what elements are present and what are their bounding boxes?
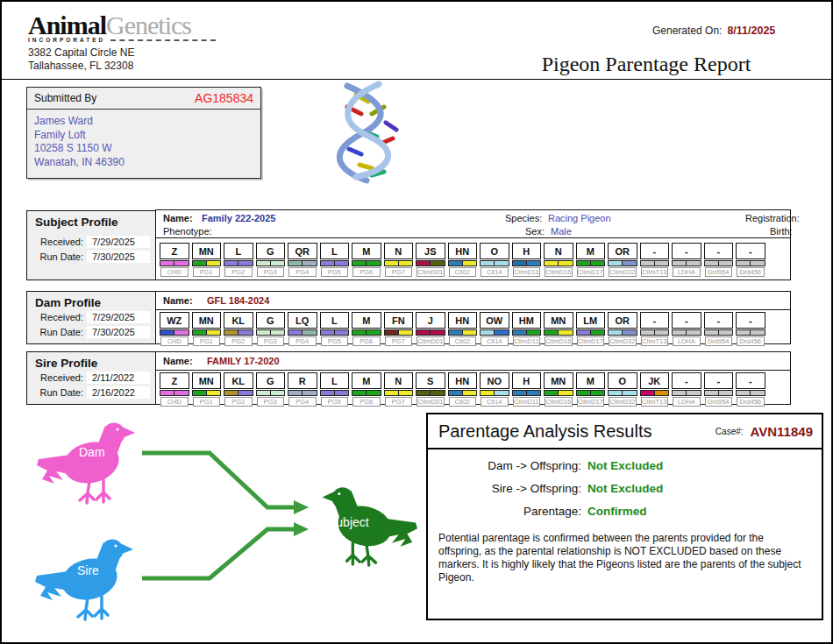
marker-name: PG4: [288, 267, 317, 277]
marker-name: ClI14: [481, 336, 509, 346]
allele-color-bar: [320, 390, 350, 396]
marker-name: ClImD32: [609, 397, 637, 407]
marker-cell: -Drd456: [736, 372, 765, 407]
marker-cell: OClImD32: [608, 372, 637, 407]
marker-name: PG6: [352, 336, 381, 346]
allele-label: G: [256, 243, 286, 259]
allele-color-bar: [608, 260, 637, 266]
generated-on-date: 8/11/2025: [727, 25, 775, 37]
sire-offspring-label: Sire -> Offspring:: [428, 482, 581, 495]
allele-label: -: [736, 312, 765, 329]
submitter-street: 10258 S 1150 W: [34, 142, 253, 156]
marker-name: PG3: [257, 336, 285, 346]
allele-color-bar: [256, 260, 286, 266]
marker-cell: MNClImD16: [544, 372, 573, 407]
allele-color-bar: [192, 390, 222, 396]
logo-dash-rule: [110, 39, 216, 41]
marker-cell: HMClImD11: [512, 312, 542, 346]
allele-label: OW: [480, 312, 509, 329]
allele-color-bar: [160, 329, 189, 336]
analysis-explanation: Potential parentage is confirmed between…: [438, 532, 809, 584]
allele-color-bar: [288, 260, 317, 266]
marker-name: ClImT13: [641, 336, 669, 346]
allele-label: M: [352, 243, 381, 259]
allele-color-bar: [576, 329, 606, 336]
marker-name: PG5: [321, 267, 349, 277]
dam-pigeon-label: Dam: [79, 445, 105, 459]
allele-color-bar: [512, 329, 542, 336]
marker-cell: -Drd456: [736, 243, 765, 277]
allele-label: LM: [576, 312, 606, 329]
parentage-arrows: [125, 400, 440, 633]
allele-color-bar: [640, 329, 670, 336]
allele-label: LQ: [288, 312, 317, 329]
submitter-city: Wanatah, IN 46390: [34, 156, 253, 170]
allele-label: M: [352, 312, 381, 329]
marker-cell: KLPG2: [224, 312, 253, 346]
marker-name: ClImD17: [577, 397, 605, 407]
allele-color-bar: [224, 329, 253, 336]
submitted-by-box: Submitted By AG185834 James Ward Family …: [26, 87, 261, 179]
report-page: AnimalGenetics INCORPORATED 3382 Capital…: [0, 0, 833, 644]
sire-offspring-result: Not Excluded: [587, 482, 663, 495]
marker-name: PG2: [224, 336, 253, 346]
marker-name: Drd954: [705, 336, 733, 346]
marker-name: PG3: [257, 267, 285, 277]
allele-color-bar: [672, 390, 701, 396]
marker-name: ClImD32: [609, 267, 637, 277]
marker-cell: -Drd456: [736, 312, 765, 346]
registration-label: Registration:: [745, 213, 800, 223]
marker-cell: MClImD17: [576, 243, 606, 277]
marker-cell: MNPG1: [192, 312, 222, 346]
allele-label: JK: [640, 372, 670, 389]
allele-label: MN: [192, 312, 222, 329]
allele-label: -: [704, 243, 734, 259]
allele-color-bar: [608, 390, 637, 396]
marker-name: ClI02: [449, 336, 477, 346]
sire-run-date: 2/16/2022: [87, 386, 150, 399]
marker-cell: MNClImD16: [544, 312, 573, 346]
marker-name: CHD: [160, 336, 189, 346]
allele-label: KL: [224, 372, 253, 389]
allele-color-bar: [416, 390, 445, 396]
marker-cell: HNClI02: [448, 312, 478, 346]
allele-label: -: [640, 243, 670, 259]
allele-color-bar: [352, 390, 381, 396]
dam-run-date: 7/30/2025: [87, 326, 150, 338]
marker-name: LDHA: [673, 336, 701, 346]
marker-cell: GPG3: [256, 312, 286, 346]
allele-label: MN: [192, 243, 222, 259]
marker-name: Drd954: [705, 267, 733, 277]
marker-cell: MClImD17: [576, 372, 606, 407]
allele-color-bar: [640, 260, 670, 266]
marker-cell: -Drd954: [704, 372, 734, 407]
allele-color-bar: [256, 390, 286, 396]
allele-color-bar: [192, 329, 222, 336]
sire-received-date: 2/11/2022: [87, 372, 150, 384]
allele-color-bar: [160, 260, 189, 266]
case-number: AVN11849: [751, 424, 813, 439]
allele-label: N: [384, 243, 414, 259]
marker-cell: LQPG4: [288, 312, 317, 346]
allele-label: G: [256, 372, 286, 389]
dam-profile-box: Dam Profile Received: 7/29/2025 Run Date…: [26, 291, 156, 344]
allele-label: -: [672, 372, 701, 389]
marker-name: Drd456: [737, 397, 765, 407]
allele-label: HN: [448, 372, 478, 389]
marker-name: ClImD16: [545, 336, 573, 346]
dam-profile-title: Dam Profile: [27, 292, 155, 309]
allele-color-bar: [512, 390, 542, 396]
subject-info-box: Name: Family 222-2025 Species: Racing Pi…: [155, 209, 791, 238]
allele-label: M: [576, 372, 606, 389]
allele-color-bar: [672, 260, 701, 266]
allele-color-bar: [544, 260, 573, 266]
allele-color-bar: [544, 329, 573, 336]
company-logo: AnimalGenetics INCORPORATED 3382 Capital…: [28, 12, 216, 73]
allele-label: HM: [512, 312, 542, 329]
allele-label: O: [608, 372, 637, 389]
allele-color-bar: [480, 390, 509, 396]
allele-color-bar: [416, 260, 445, 266]
allele-color-bar: [576, 390, 606, 396]
marker-name: PG1: [193, 267, 221, 277]
accession-number: AG185834: [195, 91, 253, 105]
